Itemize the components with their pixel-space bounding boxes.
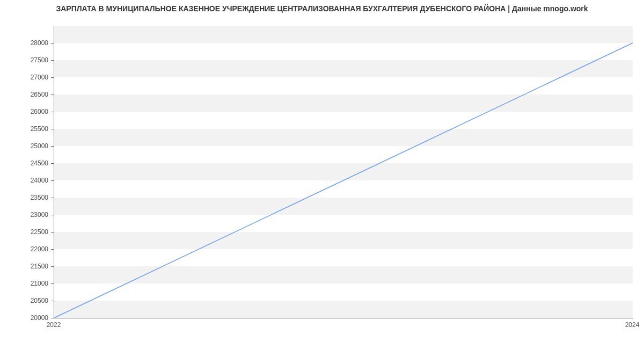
y-tick-mark xyxy=(51,146,54,147)
y-tick-mark xyxy=(51,163,54,164)
y-tick-label: 24500 xyxy=(0,159,48,167)
y-tick-mark xyxy=(51,266,54,267)
y-tick-mark xyxy=(51,180,54,181)
y-tick-mark xyxy=(51,129,54,129)
y-tick-label: 23500 xyxy=(0,194,48,201)
y-tick-label: 27000 xyxy=(0,74,48,81)
y-tick-mark xyxy=(51,232,54,232)
y-tick-mark xyxy=(51,112,54,112)
chart-container: ЗАРПЛАТА В МУНИЦИПАЛЬНОЕ КАЗЕННОЕ УЧРЕЖД… xyxy=(0,0,644,349)
y-tick-label: 23000 xyxy=(0,211,48,219)
plot-area xyxy=(54,26,633,318)
line-series xyxy=(54,26,633,318)
y-tick-mark xyxy=(51,43,54,43)
y-tick-label: 25000 xyxy=(0,142,48,150)
y-tick-label: 27500 xyxy=(0,56,48,64)
y-tick-label: 20000 xyxy=(0,314,48,322)
y-tick-label: 21500 xyxy=(0,263,48,270)
y-tick-label: 20500 xyxy=(0,297,48,304)
y-tick-mark xyxy=(51,215,54,215)
y-tick-mark xyxy=(51,283,54,284)
y-tick-mark xyxy=(51,318,54,318)
y-tick-mark xyxy=(51,77,54,78)
x-tick-label: 2022 xyxy=(47,321,61,329)
y-tick-label: 26500 xyxy=(0,91,48,98)
y-tick-label: 26000 xyxy=(0,108,48,115)
y-tick-label: 24000 xyxy=(0,177,48,184)
series-line xyxy=(54,43,633,318)
y-tick-mark xyxy=(51,301,54,301)
chart-title: ЗАРПЛАТА В МУНИЦИПАЛЬНОЕ КАЗЕННОЕ УЧРЕЖД… xyxy=(0,4,644,13)
y-tick-mark xyxy=(51,60,54,61)
x-tick-label: 2024 xyxy=(625,321,640,329)
y-tick-label: 28000 xyxy=(0,39,48,47)
y-tick-mark xyxy=(51,249,54,250)
y-tick-mark xyxy=(51,94,54,95)
y-tick-label: 22000 xyxy=(0,245,48,253)
y-tick-mark xyxy=(51,198,54,198)
y-tick-label: 21000 xyxy=(0,280,48,287)
y-tick-label: 22500 xyxy=(0,228,48,236)
y-tick-label: 25500 xyxy=(0,125,48,133)
